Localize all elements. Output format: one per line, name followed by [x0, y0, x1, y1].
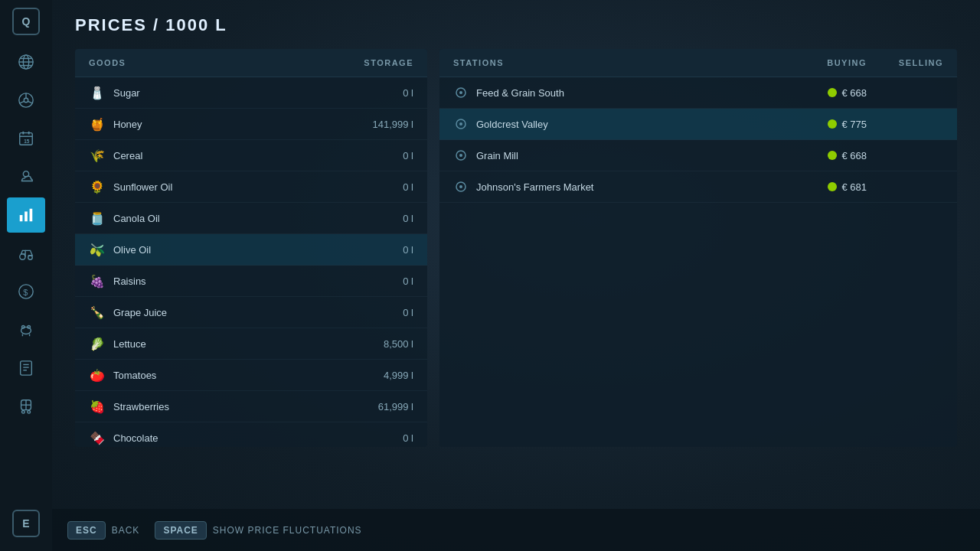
money-icon: $ — [18, 283, 34, 300]
page-title: PRICES / 1000 L — [75, 15, 957, 35]
goods-row-grape-juice[interactable]: 🍾 Grape Juice 0 l — [75, 297, 427, 328]
goods-row-cereal[interactable]: 🌾 Cereal 0 l — [75, 140, 427, 171]
buy-dot-johnsons — [828, 182, 837, 191]
buy-price-grain-mill: € 668 — [841, 150, 867, 161]
stats-icon — [18, 207, 34, 223]
goods-storage-tomatoes: 4,999 l — [352, 370, 413, 381]
sidebar-item-contracts[interactable] — [7, 350, 45, 386]
sidebar-item-globe[interactable] — [7, 44, 45, 80]
stations-panel: STATIONS BUYING SELLING Feed & Grain Sou… — [439, 49, 957, 447]
sidebar-item-money[interactable]: $ — [7, 274, 45, 309]
station-icon-grain-mill — [453, 148, 469, 163]
station-buying-goldcrest: € 775 — [775, 119, 867, 130]
buy-dot-goldcrest — [828, 119, 837, 129]
steering-icon — [18, 92, 34, 109]
back-group: ESC BACK — [67, 521, 139, 540]
svg-point-40 — [459, 91, 462, 94]
fluctuations-label: SHOW PRICE FLUCTUATIONS — [213, 525, 362, 536]
goods-storage-raisins: 0 l — [352, 276, 413, 287]
svg-point-46 — [459, 185, 462, 188]
goods-icon-strawberries: 🍓 — [89, 398, 106, 415]
goods-icon-sunflower-oil: 🌻 — [89, 178, 106, 195]
sidebar-item-weather[interactable] — [7, 159, 45, 194]
goods-icon-lettuce: 🥬 — [89, 335, 106, 352]
space-key[interactable]: SPACE — [155, 521, 206, 540]
goods-name-honey: Honey — [113, 119, 352, 130]
station-buying-grain-mill: € 668 — [775, 150, 867, 161]
goods-storage-sunflower-oil: 0 l — [352, 181, 413, 193]
goods-name-grape-juice: Grape Juice — [113, 307, 352, 318]
sidebar-item-steering[interactable] — [7, 83, 45, 118]
station-row-goldcrest[interactable]: Goldcrest Valley € 775 — [439, 109, 957, 140]
sidebar-item-tractor[interactable] — [7, 236, 45, 271]
goods-row-lettuce[interactable]: 🥬 Lettuce 8,500 l — [75, 328, 427, 360]
goods-icon-cereal: 🌾 — [89, 147, 106, 164]
sidebar-item-calendar[interactable]: 15 — [7, 121, 45, 156]
sidebar-item-stats[interactable] — [7, 197, 45, 233]
goods-storage-lettuce: 8,500 l — [352, 338, 413, 350]
sidebar-item-train[interactable] — [7, 389, 45, 424]
goods-row-tomatoes[interactable]: 🍅 Tomatoes 4,999 l — [75, 360, 427, 391]
stations-table-header: STATIONS BUYING SELLING — [439, 49, 957, 77]
svg-point-36 — [28, 411, 31, 414]
animal-icon — [18, 321, 34, 338]
svg-point-6 — [24, 98, 28, 103]
goods-row-sugar[interactable]: 🧂 Sugar 0 l — [75, 77, 427, 109]
goods-icon-tomatoes: 🍅 — [89, 367, 106, 383]
goods-name-olive-oil: Olive Oil — [113, 244, 352, 256]
station-buying-johnsons: € 681 — [775, 181, 867, 193]
station-row-grain-mill[interactable]: Grain Mill € 668 — [439, 140, 957, 171]
goods-name-canola-oil: Canola Oil — [113, 213, 352, 224]
svg-rect-18 — [30, 209, 33, 222]
goods-row-raisins[interactable]: 🍇 Raisins 0 l — [75, 266, 427, 297]
svg-rect-16 — [20, 215, 23, 221]
goods-icon-chocolate: 🍫 — [89, 429, 106, 446]
q-button[interactable]: Q — [12, 8, 40, 35]
train-icon — [18, 398, 34, 415]
goods-storage-honey: 141,999 l — [352, 119, 413, 130]
goods-name-raisins: Raisins — [113, 276, 352, 287]
calendar-icon: 15 — [18, 130, 34, 147]
bottom-bar: ESC BACK SPACE SHOW PRICE FLUCTUATIONS — [52, 509, 980, 551]
back-label: BACK — [112, 525, 140, 536]
svg-point-44 — [459, 154, 462, 157]
station-buying-feed-grain: € 668 — [775, 87, 867, 99]
sidebar-item-animal[interactable] — [7, 312, 45, 347]
goods-icon-raisins: 🍇 — [89, 272, 106, 289]
station-row-feed-grain[interactable]: Feed & Grain South € 668 — [439, 77, 957, 109]
buy-price-johnsons: € 681 — [841, 181, 867, 193]
stations-table-body: Feed & Grain South € 668 Goldcrest Valle… — [439, 77, 957, 447]
goods-storage-canola-oil: 0 l — [352, 213, 413, 224]
tractor-icon — [18, 245, 34, 262]
sidebar: Q 15 $ E — [0, 0, 52, 551]
esc-key[interactable]: ESC — [67, 521, 106, 540]
goods-name-chocolate: Chocolate — [113, 432, 352, 444]
goods-table-body: 🧂 Sugar 0 l 🍯 Honey 141,999 l 🌾 Cereal 0… — [75, 77, 427, 447]
station-icon-feed-grain — [453, 85, 469, 100]
goods-name-sunflower-oil: Sunflower Oil — [113, 181, 352, 193]
buying-col-header: BUYING — [775, 58, 867, 67]
globe-icon — [18, 54, 34, 70]
station-row-johnsons[interactable]: Johnson's Farmers Market € 681 — [439, 171, 957, 203]
goods-row-strawberries[interactable]: 🍓 Strawberries 61,999 l — [75, 391, 427, 422]
goods-name-strawberries: Strawberries — [113, 401, 352, 412]
svg-point-19 — [20, 254, 25, 259]
goods-row-sunflower-oil[interactable]: 🌻 Sunflower Oil 0 l — [75, 171, 427, 203]
station-name-feed-grain: Feed & Grain South — [476, 87, 775, 99]
svg-line-8 — [20, 101, 24, 103]
goods-storage-cereal: 0 l — [352, 150, 413, 161]
stations-col-header: STATIONS — [453, 58, 775, 67]
buy-dot-feed-grain — [828, 88, 837, 97]
e-button[interactable]: E — [12, 510, 40, 537]
goods-row-chocolate[interactable]: 🍫 Chocolate 0 l — [75, 422, 427, 447]
goods-name-cereal: Cereal — [113, 150, 352, 161]
svg-point-25 — [28, 326, 31, 329]
goods-row-olive-oil[interactable]: 🫒 Olive Oil 0 l — [75, 234, 427, 266]
goods-row-honey[interactable]: 🍯 Honey 141,999 l — [75, 109, 427, 140]
svg-rect-17 — [24, 211, 28, 221]
svg-point-42 — [459, 122, 462, 126]
weather-icon — [18, 168, 34, 185]
goods-row-canola-oil[interactable]: 🫙 Canola Oil 0 l — [75, 203, 427, 234]
svg-point-20 — [28, 256, 33, 260]
goods-table-header: GOODS STORAGE — [75, 49, 427, 77]
